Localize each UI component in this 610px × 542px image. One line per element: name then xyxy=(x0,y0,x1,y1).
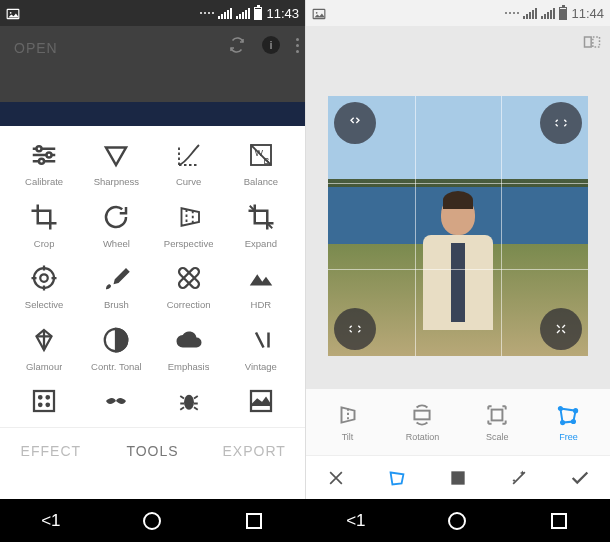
tab-export[interactable]: EXPORT xyxy=(203,428,305,473)
contrast-icon xyxy=(101,325,131,355)
signal-dots-icon xyxy=(505,12,519,14)
tool-tonal[interactable]: Contr. Tonal xyxy=(80,325,152,377)
tool-label: Sharpness xyxy=(94,176,139,187)
app-header: OPEN i xyxy=(0,26,305,126)
perspective-screen: 11:44 Tilt Rotation Scale Free xyxy=(305,0,610,499)
tools-grid: Calibrate Sharpness Curve WBBalance Crop… xyxy=(0,126,305,427)
tool-mustache[interactable] xyxy=(80,386,152,427)
sync-icon[interactable] xyxy=(228,36,246,54)
number-icon xyxy=(246,325,276,355)
tool-wheel[interactable]: Wheel xyxy=(80,202,152,254)
svg-rect-13 xyxy=(34,391,54,411)
perspective-handle-br[interactable] xyxy=(540,308,582,350)
tool-vintage[interactable]: Vintage xyxy=(225,325,297,377)
tool-perspective[interactable]: Perspective xyxy=(153,202,225,254)
mode-scale[interactable]: Scale xyxy=(484,402,510,442)
tool-selective[interactable]: Selective xyxy=(8,263,80,315)
fill-black-button[interactable] xyxy=(438,458,478,498)
diamond-sparkle-icon xyxy=(29,325,59,355)
android-nav: <1 <1 xyxy=(0,499,610,542)
battery-icon xyxy=(559,7,567,20)
svg-point-17 xyxy=(47,404,50,407)
tool-img[interactable] xyxy=(225,386,297,427)
tool-glamour[interactable]: Glamour xyxy=(8,325,80,377)
mode-free[interactable]: Free xyxy=(555,402,581,442)
tool-calibrate[interactable]: Calibrate xyxy=(8,140,80,192)
nav-home-left[interactable] xyxy=(132,501,172,541)
tool-balance[interactable]: WBBalance xyxy=(225,140,297,192)
svg-point-28 xyxy=(572,420,575,423)
landscape-icon xyxy=(246,263,276,293)
rotation-icon xyxy=(409,402,435,428)
perspective-handle-tr[interactable] xyxy=(540,102,582,144)
svg-point-21 xyxy=(316,12,318,14)
tool-label: Expand xyxy=(245,238,277,249)
svg-rect-30 xyxy=(451,471,464,484)
cancel-button[interactable] xyxy=(316,458,356,498)
tool-label: HDR xyxy=(251,299,272,310)
tool-correction[interactable]: Correction xyxy=(153,263,225,315)
tool-brush[interactable]: Brush xyxy=(80,263,152,315)
tool-noise[interactable] xyxy=(8,386,80,427)
mode-label: Free xyxy=(559,432,578,442)
photo-canvas[interactable] xyxy=(328,96,588,356)
dice-icon xyxy=(29,386,59,416)
tool-hdr[interactable]: HDR xyxy=(225,263,297,315)
auto-button[interactable] xyxy=(499,458,539,498)
nav-home-right[interactable] xyxy=(437,501,477,541)
svg-point-9 xyxy=(34,268,54,288)
perspective-handle-bl[interactable] xyxy=(334,308,376,350)
triangle-down-icon xyxy=(101,140,131,170)
tool-label: Selective xyxy=(25,299,64,310)
svg-point-18 xyxy=(184,395,194,410)
subject xyxy=(418,195,498,345)
nav-recent-left[interactable] xyxy=(234,501,274,541)
tab-tools[interactable]: TOOLS xyxy=(102,428,204,473)
clock-right: 11:44 xyxy=(571,6,604,21)
picture-icon xyxy=(246,386,276,416)
perspective-icon xyxy=(174,202,204,232)
svg-rect-25 xyxy=(492,410,503,421)
info-icon[interactable]: i xyxy=(262,36,280,54)
mode-label: Rotation xyxy=(406,432,440,442)
tool-label: Vintage xyxy=(245,361,277,372)
wifi-strength-icon xyxy=(218,7,232,19)
compare-icon[interactable] xyxy=(582,32,602,56)
mustache-icon xyxy=(101,386,131,416)
mode-tilt[interactable]: Tilt xyxy=(335,402,361,442)
image-strip xyxy=(0,102,305,126)
tool-curve[interactable]: Curve xyxy=(153,140,225,192)
tool-label: Calibrate xyxy=(25,176,63,187)
tool-bug[interactable] xyxy=(153,386,225,427)
mode-label: Scale xyxy=(486,432,509,442)
cell-signal-icon xyxy=(541,7,555,19)
tool-label: Balance xyxy=(244,176,278,187)
svg-point-2 xyxy=(37,146,42,151)
image-icon xyxy=(6,7,20,19)
tab-effect[interactable]: EFFECT xyxy=(0,428,102,473)
tool-label: Crop xyxy=(34,238,55,249)
nav-recent-right[interactable] xyxy=(539,501,579,541)
nav-back-right[interactable]: <1 xyxy=(336,501,376,541)
mode-rotation[interactable]: Rotation xyxy=(406,402,440,442)
tool-expand[interactable]: Expand xyxy=(225,202,297,254)
tools-screen: 11:43 OPEN i Calibrate Sharpness Curve W… xyxy=(0,0,305,499)
tool-emphasis[interactable]: Emphasis xyxy=(153,325,225,377)
tool-sharpness[interactable]: Sharpness xyxy=(80,140,152,192)
apply-button[interactable] xyxy=(560,458,600,498)
tool-label: Curve xyxy=(176,176,201,187)
status-bar-left: 11:43 xyxy=(0,0,305,26)
bandage-icon xyxy=(174,263,204,293)
svg-point-8 xyxy=(40,274,48,282)
nav-back-left[interactable]: <1 xyxy=(31,501,71,541)
autofill-button[interactable] xyxy=(377,458,417,498)
perspective-handle-tl[interactable] xyxy=(334,102,376,144)
svg-point-29 xyxy=(561,421,564,424)
svg-point-27 xyxy=(574,409,577,412)
overflow-menu-icon[interactable] xyxy=(296,38,299,53)
tool-label: Correction xyxy=(167,299,211,310)
tool-crop[interactable]: Crop xyxy=(8,202,80,254)
tool-label: Brush xyxy=(104,299,129,310)
tool-label: Contr. Tonal xyxy=(91,361,142,372)
svg-rect-24 xyxy=(415,411,430,420)
